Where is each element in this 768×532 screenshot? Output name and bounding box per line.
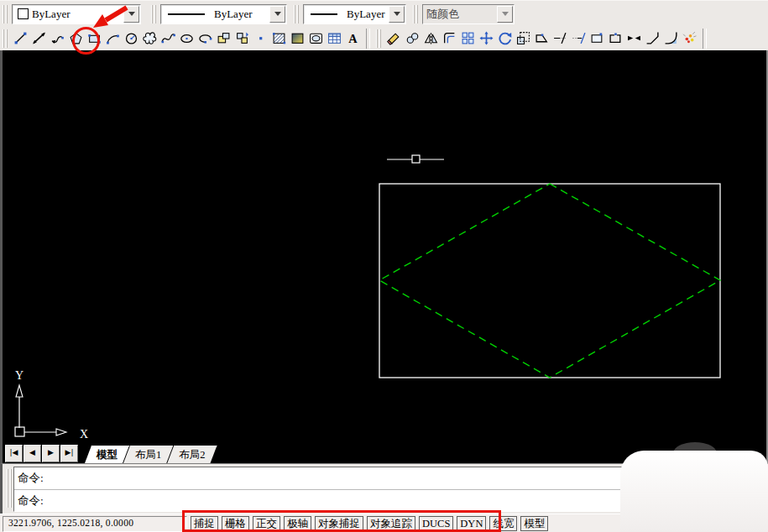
status-toggle-dyn[interactable]: DYN [457, 516, 486, 531]
chevron-down-icon [502, 12, 509, 16]
toolbar-grip[interactable] [413, 5, 419, 23]
toolbar-grip[interactable] [151, 5, 157, 23]
fillet-icon-button[interactable] [662, 29, 680, 47]
break-icon-button[interactable] [588, 29, 606, 47]
tab-layout1[interactable]: 布局1 [123, 446, 173, 463]
ellipse-icon-button[interactable] [178, 29, 196, 47]
status-toggle-osnap[interactable]: 对象捕捉 [315, 516, 363, 531]
ucs-origin-box [15, 427, 24, 436]
toolbar-grip[interactable] [3, 29, 8, 48]
linetype-combo-value: ByLayer [214, 8, 252, 21]
make-block-icon-button[interactable] [233, 29, 251, 47]
properties-toolbar: ByLayer ByLayer ByLayer 随颜色 [0, 0, 768, 28]
drawn-rectangle [379, 184, 720, 378]
ellipse-arc-icon-button[interactable] [196, 29, 214, 47]
offset-icon-button[interactable] [441, 29, 458, 47]
toolbar-grip[interactable] [294, 5, 300, 23]
multiline-text-icon-button[interactable]: A [344, 29, 362, 47]
tab-nav-next-button[interactable]: ▶ [42, 445, 60, 462]
array-icon [461, 31, 475, 45]
tab-nav-last-button[interactable]: ▶| [60, 445, 78, 462]
spline-icon-button[interactable] [159, 29, 177, 47]
point-icon-button[interactable] [252, 29, 269, 47]
rectangle-icon-button[interactable] [86, 29, 103, 47]
ellipse-arc-icon [198, 31, 212, 45]
offset-icon [442, 31, 457, 45]
break-at-point-icon [609, 31, 623, 45]
status-toggle-snap[interactable]: 捕捉 [191, 516, 218, 531]
erase-icon [387, 31, 401, 45]
table-icon [327, 31, 342, 45]
status-toggle-polar[interactable]: 极轴 [284, 516, 311, 531]
chamfer-icon [645, 31, 660, 45]
status-toggle-otrack[interactable]: 对象追踪 [367, 516, 415, 531]
drawing-content: YX [3, 50, 766, 463]
modify-toolbar [385, 29, 699, 47]
erase-icon-button[interactable] [385, 29, 403, 47]
linetype-combo[interactable]: ByLayer [160, 4, 287, 24]
region-icon-button[interactable] [307, 29, 325, 47]
pickbox-cursor [412, 155, 420, 163]
status-toggle-model[interactable]: 模型 [520, 516, 548, 531]
spline-icon [161, 31, 175, 45]
coordinate-display: 3221.9706, 1225.0218, 0.0000 [3, 516, 187, 532]
gradient-icon-button[interactable] [289, 29, 306, 47]
insert-block-icon-button[interactable] [215, 29, 232, 47]
tab-nav-previous-button[interactable]: ◀ [24, 445, 41, 462]
status-toggle-ortho[interactable]: 正交 [253, 516, 280, 531]
stretch-icon-button[interactable] [533, 29, 551, 47]
construction-line-icon-button[interactable] [30, 29, 48, 47]
polyline-icon [50, 31, 65, 45]
move-icon-button[interactable] [478, 29, 495, 47]
ucs-y-label: Y [15, 369, 24, 382]
gradient-icon [290, 31, 305, 45]
chevron-down-icon [274, 12, 281, 16]
status-toggle-lineweight[interactable]: 线宽 [489, 516, 517, 531]
tab-model[interactable]: 模型 [85, 446, 129, 463]
arc-icon-button[interactable] [104, 29, 122, 47]
array-icon-button[interactable] [459, 29, 477, 47]
status-toggle-buttons: 捕捉栅格正交极轴对象捕捉对象追踪DUCSDYN线宽模型 [191, 516, 548, 531]
revision-cloud-icon [143, 31, 157, 45]
toolbar-separator [366, 29, 370, 49]
lineweight-combo-dropdown-button[interactable] [389, 6, 405, 23]
fillet-icon [664, 31, 678, 45]
lineweight-combo[interactable]: ByLayer [303, 4, 406, 24]
make-block-icon [235, 31, 249, 45]
break-at-point-icon-button[interactable] [607, 29, 624, 47]
ucs-x-arrowhead [56, 429, 66, 436]
plotstyle-combo-dropdown-button [497, 6, 513, 23]
plotstyle-combo-value: 随颜色 [426, 7, 459, 22]
scale-icon-button[interactable] [515, 29, 532, 47]
tab-layout2[interactable]: 布局2 [167, 446, 217, 463]
hatch-icon-button[interactable] [270, 29, 288, 47]
region-icon [309, 31, 323, 45]
break-icon [590, 31, 604, 45]
toolbar-grip[interactable] [376, 29, 382, 48]
line-icon-button[interactable] [12, 29, 29, 47]
watermark-blob [620, 451, 768, 532]
mirror-icon-button[interactable] [422, 29, 440, 47]
rotate-icon-button[interactable] [496, 29, 514, 47]
table-icon-button[interactable] [326, 29, 343, 47]
status-toggle-ducs[interactable]: DUCS [419, 516, 453, 531]
revision-cloud-icon-button[interactable] [141, 29, 159, 47]
polygon-icon-button[interactable] [67, 29, 85, 47]
tab-nav-buttons: |◀◀▶▶| [5, 445, 79, 462]
copy-icon-button[interactable] [404, 29, 421, 47]
trim-icon-button[interactable] [551, 29, 569, 47]
linetype-combo-dropdown-button[interactable] [269, 6, 285, 23]
drawing-canvas[interactable]: YX |◀◀▶▶| 模型布局1布局2 [0, 50, 768, 463]
extend-icon-button[interactable] [570, 29, 588, 47]
polyline-icon-button[interactable] [49, 29, 66, 47]
join-icon-button[interactable] [625, 29, 643, 47]
color-combo-dropdown-button[interactable] [123, 6, 139, 23]
chamfer-icon-button[interactable] [644, 29, 661, 47]
tab-nav-first-button[interactable]: |◀ [5, 445, 23, 462]
command-window-grip[interactable] [7, 469, 13, 508]
status-toggle-grid[interactable]: 栅格 [222, 516, 249, 531]
toolbar-grip[interactable] [3, 5, 8, 23]
circle-icon-button[interactable] [123, 29, 140, 47]
color-combo[interactable]: ByLayer [12, 4, 141, 24]
explode-icon-button[interactable] [681, 29, 698, 47]
